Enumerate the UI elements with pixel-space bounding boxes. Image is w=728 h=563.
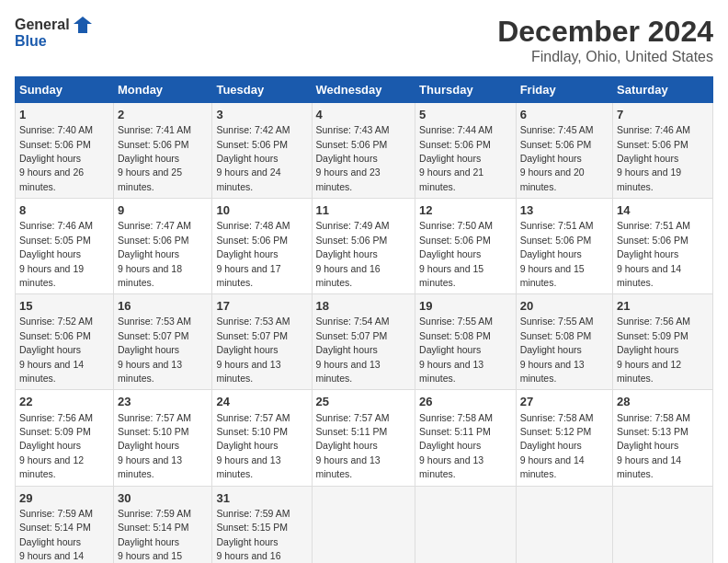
day-sunset: Sunset: 5:06 PM (316, 139, 388, 150)
day-number: 18 (316, 298, 412, 315)
day-number: 15 (19, 298, 109, 315)
calendar-week-row: 8 Sunrise: 7:46 AM Sunset: 5:05 PM Dayli… (16, 199, 713, 294)
day-sunrise: Sunrise: 7:53 AM (118, 316, 191, 327)
day-number: 24 (216, 394, 307, 410)
day-sunrise: Sunrise: 7:59 AM (216, 508, 290, 519)
day-header-monday: Monday (113, 77, 211, 103)
day-sunrise: Sunrise: 7:58 AM (617, 412, 690, 423)
calendar-cell: 24 Sunrise: 7:57 AM Sunset: 5:10 PM Dayl… (212, 390, 312, 486)
day-sunrise: Sunrise: 7:59 AM (118, 508, 191, 519)
day-sunrise: Sunrise: 7:51 AM (617, 220, 690, 231)
day-sunrise: Sunrise: 7:49 AM (316, 220, 390, 231)
day-number: 22 (19, 394, 109, 410)
day-sunrise: Sunrise: 7:46 AM (19, 220, 93, 231)
day-number: 13 (520, 202, 609, 219)
calendar-cell: 18 Sunrise: 7:54 AM Sunset: 5:07 PM Dayl… (312, 294, 415, 390)
calendar-cell: 16 Sunrise: 7:53 AM Sunset: 5:07 PM Dayl… (113, 294, 211, 390)
day-daylight: Daylight hours9 hours and 14 minutes. (520, 440, 585, 479)
calendar-cell: 27 Sunrise: 7:58 AM Sunset: 5:12 PM Dayl… (516, 390, 612, 486)
day-daylight: Daylight hours9 hours and 25 minutes. (118, 153, 182, 192)
day-sunset: Sunset: 5:06 PM (216, 139, 288, 150)
calendar-cell: 12 Sunrise: 7:50 AM Sunset: 5:06 PM Dayl… (415, 199, 517, 294)
day-sunrise: Sunrise: 7:53 AM (216, 316, 290, 327)
day-number: 17 (216, 298, 307, 315)
calendar-cell: 10 Sunrise: 7:48 AM Sunset: 5:06 PM Dayl… (212, 199, 312, 294)
day-number: 16 (118, 298, 208, 315)
day-daylight: Daylight hours9 hours and 19 minutes. (617, 153, 681, 192)
day-number: 29 (19, 490, 109, 507)
day-sunrise: Sunrise: 7:57 AM (216, 412, 290, 423)
day-header-tuesday: Tuesday (212, 77, 312, 103)
day-sunrise: Sunrise: 7:45 AM (520, 124, 594, 135)
day-daylight: Daylight hours9 hours and 18 minutes. (118, 248, 182, 288)
day-sunset: Sunset: 5:06 PM (118, 235, 189, 246)
day-sunrise: Sunrise: 7:55 AM (520, 316, 594, 327)
day-sunrise: Sunrise: 7:58 AM (419, 412, 493, 423)
calendar-cell: 15 Sunrise: 7:52 AM Sunset: 5:06 PM Dayl… (16, 294, 114, 390)
svg-marker-0 (74, 17, 92, 33)
day-sunset: Sunset: 5:11 PM (419, 426, 491, 437)
calendar-cell: 20 Sunrise: 7:55 AM Sunset: 5:08 PM Dayl… (516, 294, 612, 390)
calendar-week-row: 15 Sunrise: 7:52 AM Sunset: 5:06 PM Dayl… (16, 294, 713, 390)
day-sunset: Sunset: 5:06 PM (419, 235, 491, 246)
day-daylight: Daylight hours9 hours and 20 minutes. (520, 153, 585, 192)
day-sunrise: Sunrise: 7:46 AM (617, 124, 690, 135)
day-sunset: Sunset: 5:14 PM (118, 522, 189, 533)
day-daylight: Daylight hours9 hours and 13 minutes. (118, 344, 182, 384)
day-daylight: Daylight hours9 hours and 14 minutes. (617, 440, 681, 479)
day-header-sunday: Sunday (16, 77, 114, 103)
day-daylight: Daylight hours9 hours and 21 minutes. (419, 153, 483, 192)
calendar-cell: 9 Sunrise: 7:47 AM Sunset: 5:06 PM Dayli… (113, 199, 211, 294)
day-daylight: Daylight hours9 hours and 16 minutes. (316, 248, 381, 288)
day-sunset: Sunset: 5:12 PM (520, 426, 592, 437)
calendar-week-row: 29 Sunrise: 7:59 AM Sunset: 5:14 PM Dayl… (16, 486, 713, 563)
day-number: 19 (419, 298, 512, 315)
day-number: 7 (617, 107, 709, 123)
day-sunset: Sunset: 5:11 PM (316, 426, 388, 437)
day-number: 6 (520, 107, 609, 123)
day-daylight: Daylight hours9 hours and 14 minutes. (19, 344, 84, 384)
day-sunrise: Sunrise: 7:54 AM (316, 316, 390, 327)
day-number: 8 (19, 202, 109, 219)
calendar-cell (312, 486, 415, 563)
day-number: 2 (118, 107, 208, 123)
day-daylight: Daylight hours9 hours and 14 minutes. (19, 536, 84, 563)
calendar-cell: 6 Sunrise: 7:45 AM Sunset: 5:06 PM Dayli… (516, 103, 612, 199)
calendar-cell: 22 Sunrise: 7:56 AM Sunset: 5:09 PM Dayl… (16, 390, 114, 486)
day-sunset: Sunset: 5:06 PM (216, 235, 288, 246)
day-daylight: Daylight hours9 hours and 13 minutes. (419, 440, 483, 479)
calendar-cell: 25 Sunrise: 7:57 AM Sunset: 5:11 PM Dayl… (312, 390, 415, 486)
day-number: 28 (617, 394, 709, 410)
day-sunrise: Sunrise: 7:47 AM (118, 220, 191, 231)
day-sunrise: Sunrise: 7:55 AM (419, 316, 493, 327)
logo: General Blue (15, 15, 92, 50)
day-daylight: Daylight hours9 hours and 12 minutes. (19, 440, 84, 479)
day-daylight: Daylight hours9 hours and 13 minutes. (316, 440, 381, 479)
day-sunset: Sunset: 5:06 PM (19, 330, 91, 341)
day-number: 5 (419, 107, 512, 123)
day-header-friday: Friday (516, 77, 612, 103)
calendar-week-row: 22 Sunrise: 7:56 AM Sunset: 5:09 PM Dayl… (16, 390, 713, 486)
day-daylight: Daylight hours9 hours and 15 minutes. (118, 536, 182, 563)
day-number: 20 (520, 298, 609, 315)
day-sunset: Sunset: 5:06 PM (118, 139, 189, 150)
day-sunrise: Sunrise: 7:50 AM (419, 220, 493, 231)
day-number: 12 (419, 202, 512, 219)
day-number: 26 (419, 394, 512, 410)
day-daylight: Daylight hours9 hours and 13 minutes. (316, 344, 381, 384)
day-sunset: Sunset: 5:06 PM (316, 235, 388, 246)
day-sunset: Sunset: 5:13 PM (617, 426, 688, 437)
day-number: 3 (216, 107, 307, 123)
day-sunrise: Sunrise: 7:57 AM (316, 412, 390, 423)
day-daylight: Daylight hours9 hours and 13 minutes. (216, 440, 280, 479)
calendar-cell: 14 Sunrise: 7:51 AM Sunset: 5:06 PM Dayl… (613, 199, 713, 294)
day-sunset: Sunset: 5:15 PM (216, 522, 288, 533)
calendar-cell: 13 Sunrise: 7:51 AM Sunset: 5:06 PM Dayl… (516, 199, 612, 294)
calendar-cell: 28 Sunrise: 7:58 AM Sunset: 5:13 PM Dayl… (613, 390, 713, 486)
day-number: 21 (617, 298, 709, 315)
title-block: December 2024 Findlay, Ohio, United Stat… (497, 15, 713, 65)
day-sunset: Sunset: 5:06 PM (617, 235, 688, 246)
calendar-cell: 21 Sunrise: 7:56 AM Sunset: 5:09 PM Dayl… (613, 294, 713, 390)
calendar-cell: 23 Sunrise: 7:57 AM Sunset: 5:10 PM Dayl… (113, 390, 211, 486)
day-daylight: Daylight hours9 hours and 19 minutes. (19, 248, 84, 288)
